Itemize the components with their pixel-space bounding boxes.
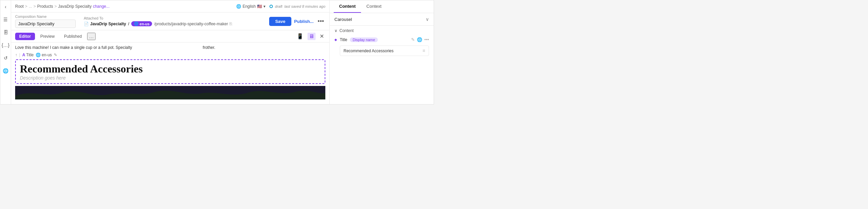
attached-row: 📄 JavaDrip Specialty / 🌐 en-us /products… — [84, 21, 269, 26]
locale-toolbar-item[interactable]: 🌐 en-us — [36, 53, 52, 57]
draft-circle-icon — [270, 5, 273, 8]
editor-body-text: Love this machine! I can make a single c… — [15, 45, 326, 50]
inline-toolbar: ↑ | A Title 🌐 en-us ✎ — [15, 53, 326, 57]
locale-globe-toolbar-icon: 🌐 — [36, 53, 41, 57]
editor-section: Editor Preview Published ... 📱 🖥 ✕ Love … — [11, 30, 329, 104]
slash-sep: / — [128, 22, 129, 26]
title-text: Recommended Accessories — [20, 63, 321, 75]
draft-status: draft last saved 8 minutes ago — [270, 4, 326, 8]
field-actions: ✎ 🌐 ••• — [411, 37, 429, 42]
globe-field-icon[interactable]: 🌐 — [417, 37, 422, 42]
action-buttons: Save Publish... ••• — [269, 17, 326, 26]
sidebar-menu-icon[interactable]: ☰ — [2, 16, 9, 23]
breadcrumb-root[interactable]: Root — [15, 4, 24, 9]
breadcrumb-change-link[interactable]: change... — [93, 4, 109, 9]
doc-name: JavaDrip Specialty — [90, 22, 126, 26]
chevron-down-icon: ▾ — [264, 4, 266, 9]
breadcrumb: Root > ... > Products > JavaDrip Special… — [15, 4, 110, 9]
locale-badge[interactable]: 🌐 en-us — [131, 21, 152, 26]
language-label: English — [243, 4, 256, 9]
sidebar-code-icon[interactable]: {…} — [2, 42, 9, 49]
body-text-2: frother. — [203, 45, 215, 50]
field-label: Title — [340, 37, 347, 42]
publish-button[interactable]: Publish... — [294, 19, 314, 24]
right-panel-tabs: Content Context — [330, 0, 434, 13]
editor-actions: 📱 🖥 ✕ — [296, 32, 326, 40]
field-value-row[interactable]: Recommended Accessories ⌗ — [340, 46, 429, 56]
save-button[interactable]: Save — [269, 17, 291, 26]
edit-field-icon[interactable]: ✎ — [411, 37, 415, 42]
more-actions-button[interactable]: ••• — [316, 18, 326, 25]
last-saved-text: last saved 8 minutes ago — [284, 4, 326, 8]
title-toolbar-label: Title — [26, 53, 34, 57]
content-field-row: ◆ Title Display name ✎ 🌐 ••• — [334, 36, 429, 44]
sidebar-history-icon[interactable]: ↺ — [2, 54, 9, 62]
attached-slug: /products/javadrip-specialty-coffee-make… — [154, 21, 232, 26]
description-text: Description goes here — [20, 75, 321, 81]
attached-label: Attached To — [84, 16, 269, 20]
display-name-badge: Display name — [350, 37, 378, 42]
doc-icon: 📄 — [84, 22, 89, 26]
breadcrumb-sep1: > — [25, 4, 27, 9]
tab-preview[interactable]: Preview — [36, 33, 59, 40]
attached-section: Attached To 📄 JavaDrip Specialty / 🌐 en-… — [84, 16, 269, 26]
breadcrumb-sep3: > — [55, 4, 57, 9]
r-tab-content[interactable]: Content — [334, 0, 361, 13]
r-tab-context[interactable]: Context — [361, 0, 387, 13]
body-text-1: Love this machine! I can make a single c… — [15, 45, 132, 50]
content-section: ∨ Content ◆ Title Display name ✎ 🌐 ••• R… — [330, 26, 434, 59]
content-section-label: Content — [339, 28, 353, 33]
sidebar-left: ‹ ☰ 🗄 {…} ↺ 🌐 — [0, 0, 11, 104]
copy-icon[interactable]: ⎘ — [229, 21, 232, 26]
sidebar-globe-icon[interactable]: 🌐 — [2, 67, 9, 75]
flag-icon: 🇺🇸 — [257, 4, 262, 9]
diamond-icon: ◆ — [334, 38, 337, 42]
up-icon[interactable]: ↑ — [15, 53, 17, 57]
carousel-chevron-icon: ∨ — [426, 17, 429, 22]
editor-toolbar: Editor Preview Published ... 📱 🖥 ✕ — [11, 30, 329, 43]
attached-doc: 📄 JavaDrip Specialty — [84, 22, 126, 26]
language-selector[interactable]: 🌐 English 🇺🇸 ▾ — [236, 4, 266, 9]
title-toolbar-item[interactable]: A Title — [22, 53, 34, 57]
editor-tabs: Editor Preview Published ... — [15, 33, 96, 40]
breadcrumb-sep2: > — [33, 4, 36, 9]
slug-text: /products/javadrip-specialty-coffee-make… — [154, 22, 228, 26]
content-chevron-icon: ∨ — [334, 28, 337, 33]
breadcrumb-page: JavaDrip Specialty — [58, 4, 92, 9]
composition-input[interactable] — [15, 20, 76, 28]
title-box[interactable]: Recommended Accessories Description goes… — [15, 59, 326, 84]
desktop-view-btn[interactable]: 🖥 — [308, 33, 316, 40]
content-header[interactable]: ∨ Content — [334, 28, 429, 33]
breadcrumb-ellipsis: ... — [29, 4, 32, 9]
mobile-view-btn[interactable]: 📱 — [296, 32, 305, 40]
field-value: Recommended Accessories — [343, 49, 394, 53]
tab-more[interactable]: ... — [87, 33, 96, 40]
toolbar-divider: | — [19, 53, 20, 57]
locale-label: en-us — [140, 22, 149, 26]
breadcrumb-products[interactable]: Products — [37, 4, 53, 9]
draft-label: draft — [275, 4, 282, 8]
right-panel: Content Context Carousel ∨ ∨ Content ◆ T… — [329, 0, 434, 104]
composition-label: Composition Name — [15, 15, 76, 19]
globe-icon: 🌐 — [236, 4, 241, 9]
link-icon: ⌗ — [423, 48, 425, 54]
tab-editor[interactable]: Editor — [15, 33, 35, 40]
wave-area — [15, 86, 326, 100]
sidebar-collapse-icon[interactable]: ‹ — [2, 3, 9, 10]
top-bar: Root > ... > Products > JavaDrip Special… — [11, 0, 329, 12]
composition-section: Composition Name — [15, 15, 76, 28]
locale-globe-icon: 🌐 — [134, 22, 138, 26]
carousel-label: Carousel — [334, 17, 352, 22]
tab-published[interactable]: Published — [60, 33, 86, 40]
carousel-row[interactable]: Carousel ∨ — [330, 13, 434, 26]
close-editor-btn[interactable]: ✕ — [318, 32, 326, 40]
more-field-icon[interactable]: ••• — [424, 37, 429, 42]
locale-toolbar-label: en-us — [42, 53, 52, 57]
second-bar: Composition Name Attached To 📄 JavaDrip … — [11, 12, 329, 30]
editor-canvas: Love this machine! I can make a single c… — [11, 43, 329, 104]
edit-toolbar-icon[interactable]: ✎ — [54, 53, 57, 57]
main-area: Root > ... > Products > JavaDrip Special… — [11, 0, 329, 104]
sidebar-db-icon[interactable]: 🗄 — [2, 29, 9, 36]
top-bar-right: 🌐 English 🇺🇸 ▾ draft last saved 8 minute… — [236, 4, 326, 9]
title-toolbar-A: A — [22, 53, 25, 57]
